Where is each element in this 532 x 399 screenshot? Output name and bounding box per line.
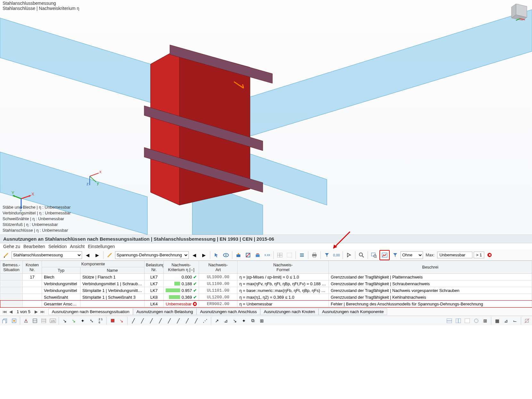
th-belastung-nr[interactable]: Belastung Nr. (145, 261, 164, 274)
bt-arrow-1[interactable]: ↘ (61, 317, 69, 324)
svg-line-55 (376, 257, 377, 258)
grid1-icon[interactable] (276, 251, 284, 259)
svg-rect-40 (256, 254, 260, 257)
bt-arrow-2[interactable]: ↘ (70, 317, 78, 324)
design-icon[interactable] (2, 251, 10, 259)
bt-diag-3[interactable]: ╱ (147, 317, 155, 324)
result-diagram-button[interactable] (380, 251, 389, 259)
th-beschreibung[interactable]: Beschrei (329, 261, 532, 274)
bt-misc-5[interactable]: ⧉ (249, 317, 257, 324)
bt-arrow-3[interactable]: ✦ (79, 317, 87, 324)
bt-diag-8[interactable]: ╱ (192, 317, 200, 324)
bt-diag-9[interactable]: ⋰ (201, 317, 209, 324)
bt-icon-2[interactable] (10, 317, 18, 324)
pager-next[interactable]: ▶ (34, 309, 39, 314)
tool3-icon[interactable] (254, 251, 262, 259)
th-komponente[interactable]: Komponente (42, 261, 145, 267)
results-table[interactable]: Bemess.- Situation Knoten Nr. Komponente… (0, 261, 532, 307)
bt-right-7[interactable]: ⊿ (502, 317, 510, 324)
calc-combo[interactable]: Spannungs-Dehnungs-Berechnung (115, 251, 189, 259)
design-combo[interactable]: Stahlanschlussbemessung (12, 251, 82, 259)
table-row[interactable]: Gesamter AnschlussLK4Unbemessbar✖ER9002.… (0, 301, 532, 307)
bt-diag-4[interactable]: ╱ (156, 317, 164, 324)
error-indicator-icon[interactable]: ✖ (486, 251, 494, 259)
nav-prev-button[interactable]: ◀ (83, 251, 92, 259)
table-row[interactable]: SchweißnahtStirnplatte 1 | Schweißnaht 3… (0, 294, 532, 301)
bt-icon-1[interactable] (1, 317, 9, 324)
svg-rect-60 (3, 320, 6, 323)
search-icon[interactable] (357, 251, 366, 259)
viewport-3d[interactable]: Stahlanschlussbemessung Stahlanschlüsse … (0, 0, 532, 235)
bt-arrow-5[interactable]: 2 16 (97, 317, 104, 324)
bt-right-2[interactable] (454, 317, 462, 324)
th-nachweis-formel[interactable]: Nachweis- Formel (237, 261, 329, 274)
pager-last[interactable]: ⏭ (40, 309, 45, 314)
bt-icon-3[interactable] (22, 317, 30, 324)
bt-right-1[interactable] (445, 317, 453, 324)
table-row[interactable]: VerbindungsmittelStirnplatte 1 | Verbind… (0, 287, 532, 294)
pager-first[interactable]: ⏮ (2, 309, 7, 314)
list-icon[interactable] (298, 251, 306, 259)
bt-red-2[interactable]: ↘ (118, 317, 125, 324)
bt-right-6[interactable]: ▦ (493, 317, 501, 324)
th-name[interactable]: Name (80, 267, 145, 274)
pointer-icon[interactable] (212, 251, 220, 259)
bt-icon-5[interactable] (40, 317, 48, 324)
results-tab[interactable]: Ausnutzungen nach Knoten (260, 308, 319, 315)
th-nachweis-art[interactable]: Nachweis- Art (199, 261, 237, 274)
results-tab[interactable]: Ausnutzungen nach Anschluss (196, 308, 260, 315)
nav-next-button[interactable]: ▶ (93, 251, 101, 259)
bt-right-9[interactable] (523, 317, 531, 324)
display-mode-combo[interactable]: Ohne (401, 251, 423, 259)
bt-icon-4[interactable] (31, 317, 39, 324)
table-row[interactable]: 17BlechStütze | Flansch 1LK70.000✔UL1000… (0, 274, 532, 280)
menu-ansicht[interactable]: Ansicht (70, 244, 85, 249)
bt-icon-6[interactable]: 2/6 (49, 317, 57, 324)
bt-misc-6[interactable]: ⊞ (258, 317, 266, 324)
results-tab[interactable]: Ausnutzungen nach Belastung (133, 308, 196, 315)
svg-point-62 (13, 320, 15, 322)
menu-gehe-zu[interactable]: Gehe zu (3, 244, 20, 249)
menu-bearbeiten[interactable]: Bearbeiten (23, 244, 45, 249)
tool2-icon[interactable] (244, 251, 252, 259)
th-knoten-nr[interactable]: Knoten Nr. (23, 261, 42, 274)
table-row[interactable]: VerbindungsmittelVerbindungsmittel 1 | S… (0, 280, 532, 287)
pager-prev[interactable]: ◀ (8, 309, 13, 314)
nav-cube[interactable] (510, 2, 530, 22)
results-tab[interactable]: Ausnutzungen nach Komponente (319, 308, 387, 315)
filter2-icon[interactable] (391, 251, 399, 259)
th-typ[interactable]: Typ (42, 267, 80, 274)
bt-right-8[interactable]: ⌙ (511, 317, 519, 324)
calc-icon[interactable] (105, 251, 114, 259)
bt-misc-1[interactable]: ↗ (213, 317, 221, 324)
bt-misc-3[interactable]: ↘ (231, 317, 239, 324)
decimals-icon[interactable]: x.xx (263, 251, 271, 259)
bt-diag-2[interactable]: ╱ (138, 317, 146, 324)
bt-right-4[interactable] (472, 317, 480, 324)
bt-arrow-4[interactable]: ⤡ (88, 317, 96, 324)
bt-red-1[interactable] (109, 317, 116, 324)
bt-diag-5[interactable]: ╱ (165, 317, 173, 324)
bt-diag-7[interactable]: ╱ (183, 317, 191, 324)
bt-diag-6[interactable]: ╱ (174, 317, 182, 324)
bt-right-3[interactable] (463, 317, 471, 324)
menu-selektion[interactable]: Selektion (48, 244, 67, 249)
bt-misc-2[interactable]: ⊿ (222, 317, 230, 324)
th-bemess-sit[interactable]: Bemess.- Situation (0, 261, 23, 274)
th-nachweis-krit[interactable]: Nachweis- Kriterium η [--] (164, 261, 199, 274)
nav-next2-button[interactable]: ▶ (200, 251, 208, 259)
bt-misc-4[interactable]: ✦ (240, 317, 248, 324)
svg-rect-75 (465, 319, 470, 323)
results-tab[interactable]: Ausnutzungen nach Bemessungssituation (48, 308, 133, 315)
svg-text:2/6: 2/6 (51, 320, 55, 323)
svg-line-52 (362, 256, 364, 257)
eye-icon[interactable] (222, 251, 230, 259)
tool1-icon[interactable] (234, 251, 243, 259)
bt-diag-1[interactable]: ╱ (129, 317, 137, 324)
bt-right-5[interactable]: ⊞ (481, 317, 489, 324)
zoom-target-icon[interactable] (370, 251, 378, 259)
menu-einstellungen[interactable]: Einstellungen (88, 244, 115, 249)
nav-prev2-button[interactable]: ◀ (190, 251, 198, 259)
print-icon[interactable] (310, 251, 319, 259)
grid2-icon[interactable] (285, 251, 294, 259)
